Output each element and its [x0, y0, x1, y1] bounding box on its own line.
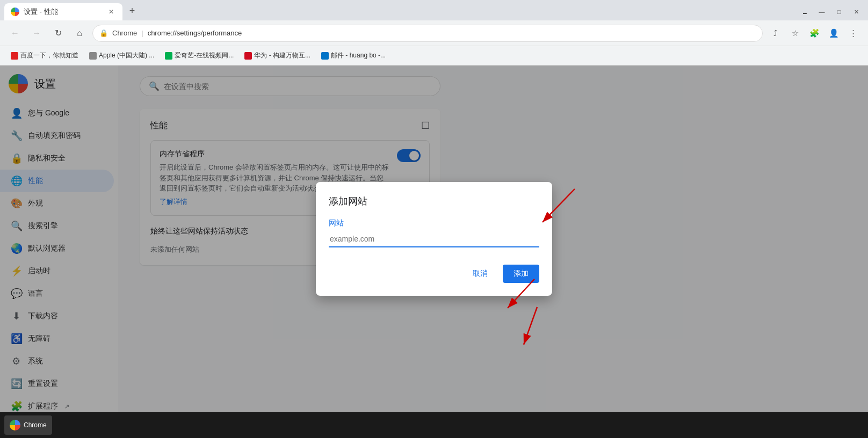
menu-icon[interactable]: ⋮: [844, 25, 862, 42]
bookmarks-bar: 百度一下，你就知道 Apple (中国大陆) ... 爱奇艺-在线视频网... …: [0, 46, 868, 65]
extension-icon[interactable]: 🧩: [806, 25, 823, 42]
dialog-cancel-button[interactable]: 取消: [462, 265, 498, 283]
url-display: chrome://settings/performance: [148, 29, 242, 37]
title-bar: 设置 - 性能 ✕ + 🗕 — □ ✕: [0, 0, 868, 20]
dialog-field-label: 网站: [329, 218, 539, 228]
svg-line-3: [524, 307, 537, 345]
dialog-title: 添加网站: [329, 195, 539, 208]
toolbar-actions: ⤴ ☆ 🧩 👤 ⋮: [767, 25, 862, 42]
maximize-button[interactable]: □: [831, 4, 847, 19]
bookmark-label: 百度一下，你就知道: [20, 51, 78, 60]
share-icon[interactable]: ⤴: [767, 25, 784, 42]
taskbar-favicon: [10, 420, 20, 430]
bookmark-mail[interactable]: 邮件 - huang bo -...: [317, 49, 390, 62]
bookmark-favicon: [244, 52, 252, 60]
home-button[interactable]: ⌂: [71, 25, 88, 42]
taskbar-chrome-item[interactable]: Chrome: [4, 415, 52, 435]
bookmark-favicon: [89, 52, 97, 60]
back-button[interactable]: ←: [6, 25, 24, 42]
tab-favicon: [11, 8, 19, 16]
tab-close-button[interactable]: ✕: [106, 7, 116, 17]
brand-label: Chrome: [112, 29, 137, 37]
profile-icon[interactable]: 👤: [825, 25, 842, 42]
bookmark-iqiyi[interactable]: 爱奇艺-在线视频网...: [161, 49, 238, 62]
new-tab-button[interactable]: +: [125, 3, 140, 18]
browser-frame: 设置 - 性能 ✕ + 🗕 — □ ✕ ← → ↻ ⌂ 🔒 Chrome | c…: [0, 0, 868, 438]
bookmark-label: 爱奇艺-在线视频网...: [175, 51, 234, 60]
bookmark-huawei[interactable]: 华为 - 构建万物互...: [240, 49, 315, 62]
forward-button[interactable]: →: [28, 25, 45, 42]
dialog-add-button[interactable]: 添加: [503, 265, 539, 283]
minimize-button[interactable]: —: [814, 4, 829, 19]
close-button[interactable]: ✕: [849, 4, 864, 19]
browser-window: 设置 - 性能 ✕ + 🗕 — □ ✕ ← → ↻ ⌂ 🔒 Chrome | c…: [0, 0, 868, 412]
taskbar-chrome-label: Chrome: [24, 421, 47, 429]
separator: |: [141, 29, 143, 37]
bookmark-label: Apple (中国大陆) ...: [99, 51, 154, 60]
taskbar: Chrome: [0, 412, 868, 438]
add-website-dialog: 添加网站 网站 取消 添加: [316, 182, 552, 296]
active-tab[interactable]: 设置 - 性能 ✕: [4, 3, 122, 20]
main-wrapper: 设置 👤 您与 Google 🔧 自动填充和密码 🔒 隐私和安全: [0, 65, 868, 412]
lock-icon: 🔒: [99, 29, 108, 37]
window-controls: 🗕 — □ ✕: [797, 4, 864, 19]
address-bar[interactable]: 🔒 Chrome | chrome://settings/performance: [92, 25, 763, 42]
bookmark-favicon: [321, 52, 329, 60]
bookmark-icon[interactable]: ☆: [786, 25, 804, 42]
navigation-toolbar: ← → ↻ ⌂ 🔒 Chrome | chrome://settings/per…: [0, 20, 868, 46]
bookmark-label: 华为 - 构建万物互...: [254, 51, 310, 60]
bookmark-apple[interactable]: Apple (中国大陆) ...: [85, 49, 158, 62]
chevron-down-icon[interactable]: 🗕: [797, 4, 812, 19]
dialog-actions: 取消 添加: [329, 265, 539, 283]
modal-overlay[interactable]: 添加网站 网站 取消 添加: [0, 65, 868, 412]
reload-button[interactable]: ↻: [49, 25, 67, 42]
bookmark-baidu[interactable]: 百度一下，你就知道: [6, 49, 83, 62]
tab-title: 设置 - 性能: [24, 7, 106, 17]
website-input[interactable]: [329, 231, 539, 247]
bookmark-favicon: [11, 52, 18, 60]
bookmark-label: 邮件 - huang bo -...: [331, 51, 386, 60]
bookmark-favicon: [165, 52, 172, 60]
